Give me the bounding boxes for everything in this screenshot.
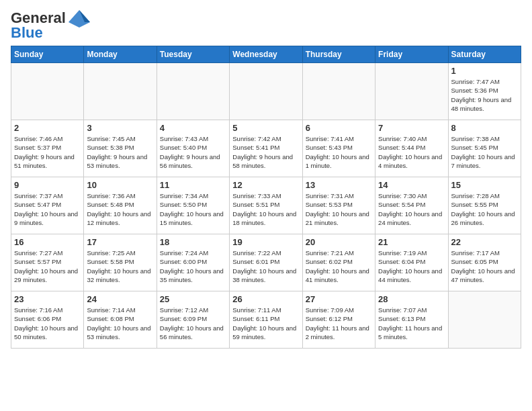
day-number: 1: [451, 66, 518, 76]
calendar-cell: [230, 63, 302, 120]
day-number: 12: [232, 180, 299, 190]
calendar-cell: 6Sunrise: 7:41 AM Sunset: 5:43 PM Daylig…: [302, 120, 375, 177]
calendar-body: 1Sunrise: 7:47 AM Sunset: 5:36 PM Daylig…: [11, 63, 521, 349]
calendar-cell: 20Sunrise: 7:21 AM Sunset: 6:02 PM Dayli…: [302, 234, 375, 291]
day-number: 22: [451, 237, 518, 247]
day-info: Sunrise: 7:34 AM Sunset: 5:50 PM Dayligh…: [160, 191, 226, 227]
page-header: General Blue: [11, 11, 521, 40]
calendar-cell: 27Sunrise: 7:09 AM Sunset: 6:12 PM Dayli…: [302, 291, 375, 349]
column-header-tuesday: Tuesday: [157, 46, 229, 63]
column-header-sunday: Sunday: [11, 46, 84, 63]
calendar-cell: 5Sunrise: 7:42 AM Sunset: 5:41 PM Daylig…: [230, 120, 302, 177]
calendar-cell: 3Sunrise: 7:45 AM Sunset: 5:38 PM Daylig…: [84, 120, 157, 177]
day-number: 14: [378, 180, 445, 190]
calendar-cell: 2Sunrise: 7:46 AM Sunset: 5:37 PM Daylig…: [11, 120, 84, 177]
day-info: Sunrise: 7:38 AM Sunset: 5:45 PM Dayligh…: [451, 134, 518, 170]
day-info: Sunrise: 7:16 AM Sunset: 6:06 PM Dayligh…: [14, 306, 81, 341]
calendar-cell: 8Sunrise: 7:38 AM Sunset: 5:45 PM Daylig…: [448, 120, 521, 177]
calendar-week-4: 16Sunrise: 7:27 AM Sunset: 5:57 PM Dayli…: [11, 234, 521, 291]
calendar-week-2: 2Sunrise: 7:46 AM Sunset: 5:37 PM Daylig…: [11, 120, 521, 177]
day-number: 27: [306, 294, 372, 304]
day-number: 7: [378, 123, 445, 133]
day-info: Sunrise: 7:22 AM Sunset: 6:01 PM Dayligh…: [232, 248, 299, 284]
calendar-cell: 14Sunrise: 7:30 AM Sunset: 5:54 PM Dayli…: [375, 177, 448, 234]
day-number: 15: [451, 180, 518, 190]
day-number: 21: [378, 237, 445, 247]
day-number: 4: [160, 123, 226, 133]
day-info: Sunrise: 7:17 AM Sunset: 6:05 PM Dayligh…: [451, 248, 518, 284]
day-info: Sunrise: 7:25 AM Sunset: 5:58 PM Dayligh…: [87, 248, 153, 284]
day-number: 26: [232, 294, 299, 304]
calendar-cell: 23Sunrise: 7:16 AM Sunset: 6:06 PM Dayli…: [11, 291, 84, 349]
calendar-cell: 7Sunrise: 7:40 AM Sunset: 5:44 PM Daylig…: [375, 120, 448, 177]
day-info: Sunrise: 7:19 AM Sunset: 6:04 PM Dayligh…: [378, 248, 445, 284]
column-header-thursday: Thursday: [302, 46, 375, 63]
day-info: Sunrise: 7:27 AM Sunset: 5:57 PM Dayligh…: [14, 248, 81, 284]
day-info: Sunrise: 7:14 AM Sunset: 6:08 PM Dayligh…: [87, 306, 153, 341]
day-number: 5: [232, 123, 299, 133]
day-number: 28: [378, 294, 445, 304]
calendar-cell: 19Sunrise: 7:22 AM Sunset: 6:01 PM Dayli…: [230, 234, 302, 291]
day-info: Sunrise: 7:33 AM Sunset: 5:51 PM Dayligh…: [232, 191, 299, 227]
calendar-cell: 11Sunrise: 7:34 AM Sunset: 5:50 PM Dayli…: [157, 177, 229, 234]
calendar-cell: 25Sunrise: 7:12 AM Sunset: 6:09 PM Dayli…: [157, 291, 229, 349]
column-header-friday: Friday: [375, 46, 448, 63]
day-number: 23: [14, 294, 81, 304]
calendar-cell: 4Sunrise: 7:43 AM Sunset: 5:40 PM Daylig…: [157, 120, 229, 177]
day-info: Sunrise: 7:36 AM Sunset: 5:48 PM Dayligh…: [87, 191, 153, 227]
day-number: 8: [451, 123, 518, 133]
calendar-cell: [11, 63, 84, 120]
day-info: Sunrise: 7:21 AM Sunset: 6:02 PM Dayligh…: [306, 248, 372, 284]
day-info: Sunrise: 7:09 AM Sunset: 6:12 PM Dayligh…: [306, 306, 372, 341]
day-info: Sunrise: 7:37 AM Sunset: 5:47 PM Dayligh…: [14, 191, 81, 227]
day-number: 18: [160, 237, 226, 247]
column-header-wednesday: Wednesday: [230, 46, 302, 63]
logo-icon: [67, 7, 91, 32]
day-info: Sunrise: 7:11 AM Sunset: 6:11 PM Dayligh…: [232, 306, 299, 341]
calendar-cell: 24Sunrise: 7:14 AM Sunset: 6:08 PM Dayli…: [84, 291, 157, 349]
day-info: Sunrise: 7:31 AM Sunset: 5:53 PM Dayligh…: [306, 191, 372, 227]
calendar-cell: [84, 63, 157, 120]
calendar-week-5: 23Sunrise: 7:16 AM Sunset: 6:06 PM Dayli…: [11, 291, 521, 349]
day-number: 19: [232, 237, 299, 247]
day-info: Sunrise: 7:47 AM Sunset: 5:36 PM Dayligh…: [451, 77, 518, 113]
day-number: 6: [306, 123, 372, 133]
column-header-monday: Monday: [84, 46, 157, 63]
day-info: Sunrise: 7:40 AM Sunset: 5:44 PM Dayligh…: [378, 134, 445, 170]
calendar-cell: [157, 63, 229, 120]
calendar-cell: [375, 63, 448, 120]
day-number: 10: [87, 180, 153, 190]
day-number: 25: [160, 294, 226, 304]
day-number: 9: [14, 180, 81, 190]
day-info: Sunrise: 7:45 AM Sunset: 5:38 PM Dayligh…: [87, 134, 153, 170]
calendar-cell: 13Sunrise: 7:31 AM Sunset: 5:53 PM Dayli…: [302, 177, 375, 234]
calendar-table: SundayMondayTuesdayWednesdayThursdayFrid…: [11, 46, 521, 349]
calendar-cell: [448, 291, 521, 349]
calendar-cell: 9Sunrise: 7:37 AM Sunset: 5:47 PM Daylig…: [11, 177, 84, 234]
day-info: Sunrise: 7:07 AM Sunset: 6:13 PM Dayligh…: [378, 306, 445, 341]
day-info: Sunrise: 7:43 AM Sunset: 5:40 PM Dayligh…: [160, 134, 226, 170]
logo-text: General Blue: [11, 11, 66, 40]
calendar-week-3: 9Sunrise: 7:37 AM Sunset: 5:47 PM Daylig…: [11, 177, 521, 234]
calendar-cell: 16Sunrise: 7:27 AM Sunset: 5:57 PM Dayli…: [11, 234, 84, 291]
calendar-cell: 18Sunrise: 7:24 AM Sunset: 6:00 PM Dayli…: [157, 234, 229, 291]
calendar-cell: 1Sunrise: 7:47 AM Sunset: 5:36 PM Daylig…: [448, 63, 521, 120]
calendar-cell: 21Sunrise: 7:19 AM Sunset: 6:04 PM Dayli…: [375, 234, 448, 291]
day-info: Sunrise: 7:30 AM Sunset: 5:54 PM Dayligh…: [378, 191, 445, 227]
logo-blue: Blue: [11, 24, 43, 41]
day-number: 20: [306, 237, 372, 247]
logo: General Blue: [11, 11, 91, 40]
day-info: Sunrise: 7:42 AM Sunset: 5:41 PM Dayligh…: [232, 134, 299, 170]
calendar-cell: 17Sunrise: 7:25 AM Sunset: 5:58 PM Dayli…: [84, 234, 157, 291]
calendar-cell: 10Sunrise: 7:36 AM Sunset: 5:48 PM Dayli…: [84, 177, 157, 234]
calendar-header-row: SundayMondayTuesdayWednesdayThursdayFrid…: [11, 46, 521, 63]
calendar-cell: 26Sunrise: 7:11 AM Sunset: 6:11 PM Dayli…: [230, 291, 302, 349]
day-info: Sunrise: 7:41 AM Sunset: 5:43 PM Dayligh…: [306, 134, 372, 170]
day-number: 17: [87, 237, 153, 247]
column-header-saturday: Saturday: [448, 46, 521, 63]
day-info: Sunrise: 7:46 AM Sunset: 5:37 PM Dayligh…: [14, 134, 81, 170]
day-info: Sunrise: 7:12 AM Sunset: 6:09 PM Dayligh…: [160, 306, 226, 341]
day-number: 24: [87, 294, 153, 304]
day-number: 13: [306, 180, 372, 190]
day-info: Sunrise: 7:28 AM Sunset: 5:55 PM Dayligh…: [451, 191, 518, 227]
